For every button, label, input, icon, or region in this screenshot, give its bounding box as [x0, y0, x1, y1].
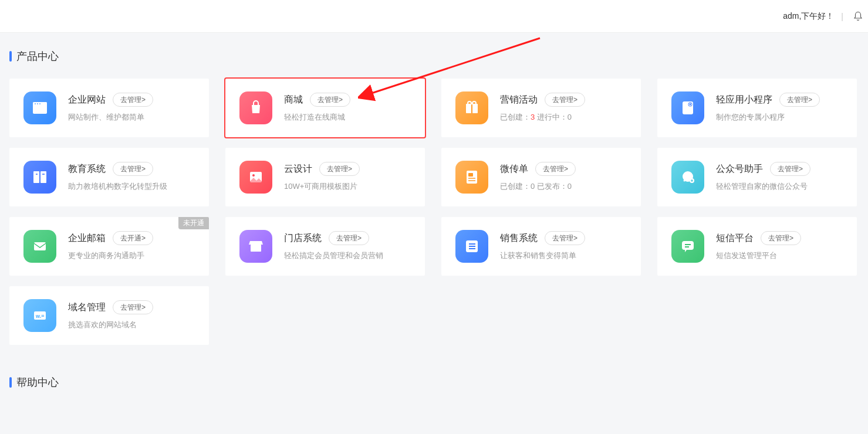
product-card-list[interactable]: 销售系统 去管理> 让获客和销售变得简单 [441, 217, 641, 276]
wechat-icon [671, 161, 704, 194]
manage-button[interactable]: 去管理> [310, 93, 350, 107]
chat-icon [671, 230, 704, 263]
card-title: 营销活动 [500, 94, 538, 106]
card-desc: 轻松搞定会员管理和会员营销 [284, 250, 411, 262]
card-title: 企业邮箱 [68, 232, 106, 245]
product-card-wechat[interactable]: 公众号助手 去管理> 轻松管理自家的微信公众号 [657, 148, 857, 206]
product-card-domain[interactable]: 域名管理 去管理> 挑选喜欢的网站域名 [9, 286, 209, 345]
card-title: 公众号助手 [716, 163, 763, 175]
manage-button[interactable]: 去管理> [535, 162, 576, 176]
product-card-browser[interactable]: 企业网站 去管理> 网站制作、维护都简单 [9, 79, 209, 137]
gift-icon [455, 91, 488, 124]
domain-icon [23, 299, 56, 332]
section-title-products: 产品中心 [9, 49, 859, 63]
manage-button[interactable]: 去管理> [761, 231, 801, 245]
card-desc: 助力教培机构数字化转型升级 [68, 181, 195, 192]
card-title: 云设计 [284, 163, 312, 175]
manage-button[interactable]: 去管理> [113, 300, 153, 314]
manage-button[interactable]: 去管理> [113, 93, 153, 107]
card-desc: 挑选喜欢的网站域名 [68, 319, 195, 331]
card-title: 门店系统 [284, 232, 322, 245]
bag-icon [239, 91, 272, 124]
manage-button[interactable]: 去管理> [113, 162, 153, 176]
card-title: 轻应用小程序 [716, 94, 772, 106]
image-icon [239, 161, 272, 194]
top-bar: adm,下午好！ | [0, 0, 868, 33]
mail-icon [23, 230, 56, 263]
manage-button[interactable]: 去开通> [113, 231, 153, 245]
manage-button[interactable]: 去管理> [545, 231, 585, 245]
browser-icon [23, 91, 56, 124]
card-desc: 轻松打造在线商城 [284, 111, 411, 123]
card-desc: 已创建：3 进行中：0 [500, 111, 627, 123]
card-title: 教育系统 [68, 163, 106, 175]
card-desc: 制作您的专属小程序 [716, 111, 843, 123]
product-card-book[interactable]: 教育系统 去管理> 助力教培机构数字化转型升级 [9, 148, 209, 206]
book-icon [23, 161, 56, 194]
section-title-help: 帮助中心 [9, 375, 859, 389]
card-title: 企业网站 [68, 94, 106, 106]
card-title: 微传单 [500, 163, 528, 175]
manage-button[interactable]: 去管理> [770, 162, 810, 176]
product-card-gift[interactable]: 营销活动 去管理> 已创建：3 进行中：0 [441, 79, 641, 137]
greeting-text: adm,下午好！ [783, 11, 834, 22]
manage-button[interactable]: 去管理> [779, 93, 820, 107]
card-desc: 已创建：0 已发布：0 [500, 181, 627, 192]
manage-button[interactable]: 去管理> [329, 231, 369, 245]
product-card-flyer[interactable]: 微传单 去管理> 已创建：0 已发布：0 [441, 148, 641, 206]
list-icon [455, 230, 488, 263]
card-desc: 10W+可商用模板图片 [284, 181, 411, 192]
card-desc: 轻松管理自家的微信公众号 [716, 181, 843, 192]
card-title: 短信平台 [716, 232, 754, 245]
card-title: 域名管理 [68, 301, 106, 314]
card-desc: 更专业的商务沟通助手 [68, 250, 195, 262]
product-card-mail[interactable]: 未开通 企业邮箱 去开通> 更专业的商务沟通助手 [9, 217, 209, 276]
product-card-store[interactable]: 门店系统 去管理> 轻松搞定会员管理和会员营销 [225, 217, 425, 276]
product-card-bag[interactable]: 商城 去管理> 轻松打造在线商城 [225, 79, 425, 137]
badge-unopened: 未开通 [178, 217, 209, 229]
card-title: 商城 [284, 94, 303, 106]
card-desc: 网站制作、维护都简单 [68, 111, 195, 123]
product-card-mini[interactable]: 轻应用小程序 去管理> 制作您的专属小程序 [657, 79, 857, 137]
product-card-chat[interactable]: 短信平台 去管理> 短信发送管理平台 [657, 217, 857, 276]
card-desc: 短信发送管理平台 [716, 250, 843, 262]
product-card-image[interactable]: 云设计 去管理> 10W+可商用模板图片 [225, 148, 425, 206]
manage-button[interactable]: 去管理> [545, 93, 585, 107]
bell-icon[interactable] [853, 11, 863, 22]
flyer-icon [455, 161, 488, 194]
card-title: 销售系统 [500, 232, 538, 245]
mini-icon [671, 91, 704, 124]
manage-button[interactable]: 去管理> [319, 162, 360, 176]
store-icon [239, 230, 272, 263]
card-desc: 让获客和销售变得简单 [500, 250, 627, 262]
